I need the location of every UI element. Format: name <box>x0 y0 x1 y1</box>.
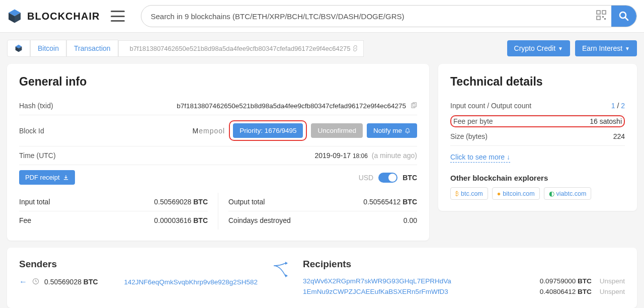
bell-icon <box>405 128 411 134</box>
unspent-badge: Unspent <box>600 288 625 295</box>
time-row: Time (UTC) 2019-09-17 18:06 (a minute ag… <box>19 146 417 165</box>
coin-icon <box>15 44 23 52</box>
earn-interest-button[interactable]: Earn Interest▼ <box>575 40 637 56</box>
hash-value: b7f1813807462650e521b8d98a5da4fee9cfb803… <box>177 102 406 110</box>
breadcrumb: Bitcoin Transaction b7f1813807462650e521… <box>7 40 502 57</box>
link-icon[interactable] <box>352 45 358 51</box>
search-input[interactable]: Search in 9 blockchains (BTC/ETH/XRP/BCH… <box>141 12 591 21</box>
io-count-row: Input count / Output count 1 / 2 <box>450 97 625 115</box>
explorer-bitcoin-com[interactable]: ●bitcoin.com <box>492 187 540 200</box>
controls-row: PDF receipt USD BTC <box>19 165 417 190</box>
flow-connector-icon <box>273 259 288 282</box>
output-total-row: Output total 0.50565412 BTC <box>228 193 417 211</box>
download-icon <box>63 175 69 181</box>
svg-rect-7 <box>604 18 606 20</box>
back-arrow-icon[interactable]: ← <box>19 277 27 286</box>
coindays-row: Coindays destroyed 0.00 <box>228 211 417 229</box>
general-info-title: General info <box>19 75 417 89</box>
fee-per-byte-row: Fee per byte 16 satoshi <box>450 115 625 127</box>
breadcrumb-type[interactable]: Transaction <box>66 40 118 57</box>
recipient-address-2[interactable]: 1EmNu9zCWPZJCAEEufKaBSXERn5rFmWfD3 <box>303 288 448 295</box>
senders-recipients-card: Senders ← 0.50569028 BTC 142JNF6eqQmkSvq… <box>7 248 637 308</box>
logo[interactable]: BLOCKCHAIR <box>7 9 100 24</box>
breadcrumb-bar: Bitcoin Transaction b7f1813807462650e521… <box>0 33 644 57</box>
recipient-row-2: 1EmNu9zCWPZJCAEEufKaBSXERn5rFmWfD3 0.408… <box>303 286 625 297</box>
hash-label: Hash (txid) <box>19 102 53 110</box>
crypto-credit-button[interactable]: Crypto Credit▼ <box>507 40 570 56</box>
other-explorers-title: Other blockchain explorers <box>450 174 625 182</box>
explorer-viabtc-com[interactable]: ◐viabtc.com <box>544 187 592 200</box>
svg-line-9 <box>625 18 628 20</box>
general-info-card: General info Hash (txid) b7f181380746265… <box>7 64 429 241</box>
notify-button[interactable]: Notify me <box>367 123 417 138</box>
currency-toggle: USD BTC <box>359 173 417 183</box>
unspent-badge: Unspent <box>600 277 625 285</box>
size-row: Size (bytes) 224 <box>450 127 625 146</box>
qr-icon[interactable] <box>591 10 611 22</box>
svg-marker-17 <box>285 274 288 277</box>
recipient-address-1[interactable]: 32qWv6X2RGpmR7skWR9G93GHqL7EPRHdVa <box>303 277 451 285</box>
breadcrumb-txid: b7f1813807462650e521b8d98a5da4fee9cfb803… <box>118 40 364 57</box>
block-id-row: Block Id Mempool Priority: 1676/9495 Unc… <box>19 115 417 146</box>
recipient-row-1: 32qWv6X2RGpmR7skWR9G93GHqL7EPRHdVa 0.097… <box>303 276 625 286</box>
unconfirmed-badge: Unconfirmed <box>311 123 363 138</box>
senders-title: Senders <box>19 259 258 270</box>
copy-icon[interactable] <box>410 102 417 109</box>
svg-rect-4 <box>602 11 606 14</box>
svg-rect-14 <box>413 103 417 107</box>
recipients-title: Recipients <box>303 259 625 270</box>
pdf-receipt-button[interactable]: PDF receipt <box>19 170 75 185</box>
input-total-row: Input total 0.50569028 BTC <box>19 193 208 211</box>
sender-row: ← 0.50569028 BTC 142JNF6eqQmkSvqbKhrp9v8… <box>19 276 258 288</box>
logo-text: BLOCKCHAIR <box>27 11 100 22</box>
priority-badge[interactable]: Priority: 1676/9495 <box>233 123 303 138</box>
search-bar: Search in 9 blockchains (BTC/ETH/XRP/BCH… <box>141 5 637 27</box>
fee-row: Fee 0.00003616 BTC <box>19 211 208 229</box>
svg-rect-6 <box>602 16 604 18</box>
usd-btc-toggle[interactable] <box>378 173 397 183</box>
svg-rect-3 <box>597 11 600 14</box>
sender-address[interactable]: 142JNF6eqQmkSvqbKhrp9v8e928g2SH582 <box>124 278 258 286</box>
search-button[interactable] <box>611 5 636 27</box>
technical-title: Technical details <box>450 75 625 89</box>
breadcrumb-coin[interactable]: Bitcoin <box>30 40 66 57</box>
technical-details-card: Technical details Input count / Output c… <box>438 64 637 211</box>
time-label: Time (UTC) <box>19 151 56 160</box>
explorer-btc-com[interactable]: ₿btc.com <box>450 187 488 200</box>
logo-cube-icon <box>7 9 22 24</box>
clock-icon <box>32 278 39 286</box>
breadcrumb-home[interactable] <box>7 40 30 57</box>
site-header: BLOCKCHAIR Search in 9 blockchains (BTC/… <box>0 0 644 33</box>
block-id-label: Block Id <box>19 127 44 135</box>
hash-row: Hash (txid) b7f1813807462650e521b8d98a5d… <box>19 97 417 115</box>
mempool-label: Mempool <box>193 127 225 135</box>
svg-rect-5 <box>597 16 600 20</box>
search-icon <box>619 11 629 21</box>
menu-button[interactable] <box>111 11 125 22</box>
svg-marker-16 <box>285 262 288 265</box>
see-more-link[interactable]: Click to see more ↓ <box>450 153 510 163</box>
